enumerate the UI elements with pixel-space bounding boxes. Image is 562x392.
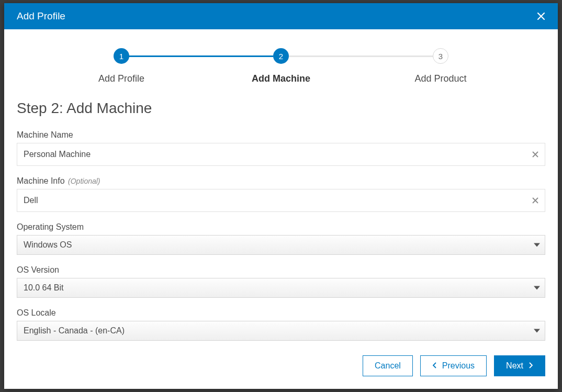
step-number-2: 2 <box>273 48 289 64</box>
step-add-machine[interactable]: 2 Add Machine <box>244 48 318 84</box>
next-button-label: Next <box>506 361 523 371</box>
machine-info-input[interactable] <box>17 189 545 212</box>
chevron-left-icon <box>432 362 437 369</box>
step-add-profile[interactable]: 1 Add Profile <box>85 48 158 84</box>
modal-body: 1 Add Profile 2 Add Machine 3 Add Produc… <box>4 29 558 389</box>
os-select[interactable]: Windows OS <box>17 235 545 255</box>
step-number-3: 3 <box>433 48 448 64</box>
previous-button[interactable]: Previous <box>420 355 487 376</box>
field-operating-system: Operating System Windows OS <box>17 222 545 255</box>
chevron-down-icon <box>534 329 540 333</box>
stepper: 1 Add Profile 2 Add Machine 3 Add Produc… <box>17 29 545 100</box>
cancel-button-label: Cancel <box>375 361 401 371</box>
cancel-button[interactable]: Cancel <box>363 355 413 376</box>
clear-machine-info-icon[interactable] <box>525 189 545 212</box>
os-version-label: OS Version <box>17 265 545 275</box>
next-button[interactable]: Next <box>494 355 545 376</box>
modal-header: Add Profile <box>4 3 558 29</box>
clear-machine-name-icon[interactable] <box>525 143 545 166</box>
step-number-1: 1 <box>114 48 129 64</box>
field-machine-info: Machine Info (Optional) <box>17 176 545 212</box>
os-locale-label: OS Locale <box>17 308 545 318</box>
os-label: Operating System <box>17 222 545 232</box>
chevron-down-icon <box>534 286 540 290</box>
os-version-select[interactable]: 10.0 64 Bit <box>17 278 545 298</box>
field-machine-name: Machine Name <box>17 130 545 166</box>
machine-info-optional: (Optional) <box>68 177 100 185</box>
os-locale-select[interactable]: English - Canada - (en-CA) <box>17 321 545 341</box>
chevron-down-icon <box>534 243 540 247</box>
machine-name-label: Machine Name <box>17 130 545 140</box>
section-title: Step 2: Add Machine <box>17 100 545 117</box>
field-os-version: OS Version 10.0 64 Bit <box>17 265 545 298</box>
modal-title: Add Profile <box>17 10 65 22</box>
close-icon[interactable] <box>535 10 547 23</box>
step-label-2: Add Machine <box>252 73 310 84</box>
machine-name-input[interactable] <box>17 143 545 166</box>
add-profile-modal: Add Profile 1 Add Profile 2 Add Machine … <box>4 3 558 389</box>
previous-button-label: Previous <box>442 361 475 371</box>
step-label-3: Add Product <box>414 73 466 84</box>
machine-info-label-text: Machine Info <box>17 176 65 185</box>
modal-footer: Cancel Previous Next <box>17 346 545 376</box>
chevron-right-icon <box>529 362 533 369</box>
field-os-locale: OS Locale English - Canada - (en-CA) <box>17 308 545 341</box>
step-add-product[interactable]: 3 Add Product <box>404 48 477 84</box>
os-select-value: Windows OS <box>17 235 545 255</box>
os-locale-select-value: English - Canada - (en-CA) <box>17 321 545 341</box>
os-version-select-value: 10.0 64 Bit <box>17 278 545 298</box>
modal-backdrop: Add Profile 1 Add Profile 2 Add Machine … <box>0 0 562 392</box>
step-label-1: Add Profile <box>98 73 144 84</box>
machine-info-label: Machine Info (Optional) <box>17 176 545 186</box>
